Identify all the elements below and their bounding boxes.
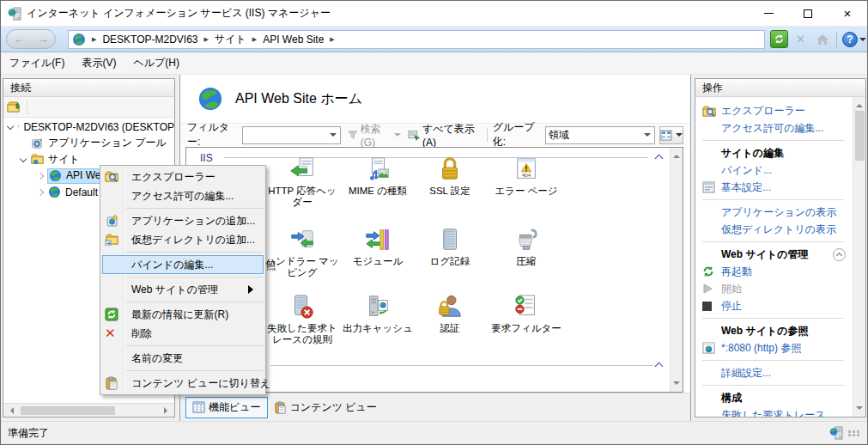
chevron-collapsed-icon[interactable] (37, 172, 44, 179)
tab-content-view[interactable]: コンテンツ ビュー (268, 398, 383, 418)
context-rename[interactable]: 名前の変更 (100, 349, 265, 368)
feature-mime-types[interactable]: MIME の種類 (341, 156, 415, 197)
view-tabs-bar: 機能ビュー コンテンツ ビュー (180, 393, 690, 421)
show-all-button[interactable]: すべて表示(A) (422, 122, 482, 149)
feature-http-response-headers[interactable]: HTTP 応答ヘッダー (265, 156, 339, 208)
breadcrumb-item-site[interactable]: API Web Site (263, 34, 324, 46)
action-failed-request-tracing[interactable]: 失敗した要求トレース... (695, 406, 853, 417)
action-view-applications[interactable]: アプリケーションの表示 (695, 204, 853, 221)
context-refresh[interactable]: 最新の情報に更新(R) (100, 305, 265, 324)
action-browse-8080[interactable]: *:8080 (http) 参照 (695, 339, 853, 357)
feature-logging[interactable]: ログ記録 (413, 227, 487, 267)
menu-divider (126, 277, 264, 277)
action-bindings[interactable]: バインド... (695, 162, 853, 179)
feature-ssl-settings[interactable]: SSL 設定 (413, 156, 487, 197)
browse-icon (702, 342, 715, 354)
action-edit-permissions[interactable]: アクセス許可の編集... (695, 119, 853, 137)
context-add-virtual-directory[interactable]: 仮想ディレクトリの追加... (100, 230, 265, 249)
resize-grip[interactable] (848, 430, 860, 436)
feature-handler-mappings[interactable]: ハンドラー マッピング (265, 227, 339, 278)
scroll-right-icon[interactable] (164, 407, 171, 414)
filter-input[interactable] (242, 126, 341, 144)
chevron-expanded-icon[interactable] (7, 122, 14, 129)
svg-text:404: 404 (522, 172, 531, 178)
feature-modules[interactable]: モジュール (341, 227, 415, 267)
action-restart[interactable]: 再起動 (695, 263, 853, 280)
forward-icon[interactable]: → (38, 33, 49, 46)
tree-item-app-pools[interactable]: アプリケーション プール (3, 135, 174, 151)
feature-authentication[interactable]: 認証 (413, 294, 487, 334)
tab-features-view[interactable]: 機能ビュー (185, 397, 268, 418)
minimize-button[interactable] (749, 1, 788, 26)
scroll-left-icon[interactable] (7, 407, 14, 414)
action-advanced-settings[interactable]: 詳細設定... (695, 364, 853, 381)
action-basic-settings[interactable]: 基本設定... (695, 179, 853, 196)
globe-icon (72, 33, 86, 46)
help-button[interactable]: ? (842, 32, 866, 47)
feature-error-pages[interactable]: 404 エラー ページ (489, 156, 563, 197)
actions-divider (702, 241, 844, 242)
context-switch-to-content-view[interactable]: コンテンツ ビューに切り替え (100, 374, 265, 393)
breadcrumb-item-sites[interactable]: サイト (215, 32, 246, 46)
vertical-scrollbar[interactable] (670, 148, 683, 392)
close-button[interactable]: × (828, 1, 867, 26)
horizontal-scrollbar[interactable] (3, 403, 174, 417)
action-start[interactable]: 開始 (695, 280, 853, 297)
chevron-expanded-icon[interactable] (20, 155, 27, 162)
section-collapse-icon[interactable] (655, 363, 664, 371)
view-selector-button[interactable] (659, 126, 683, 144)
menu-view[interactable]: 表示(V) (73, 52, 124, 74)
chevron-down-icon (644, 133, 651, 137)
chevron-down-icon (330, 133, 337, 137)
maximize-button[interactable] (788, 1, 828, 26)
context-delete[interactable]: ✕ 削除 (100, 324, 265, 343)
breadcrumb-item-server[interactable]: DESKTOP-M2DVI63 (102, 34, 197, 46)
feature-label: モジュール (353, 256, 404, 266)
section-collapse-icon[interactable] (655, 155, 664, 163)
action-stop[interactable]: 停止 (695, 297, 853, 314)
scroll-up-icon[interactable] (856, 101, 863, 107)
group-by-select[interactable]: 領域 (545, 126, 655, 144)
stop-navigation-button[interactable]: ✕ (792, 30, 810, 48)
feature-compression[interactable]: 圧縮 (489, 227, 563, 267)
context-add-application[interactable]: アプリケーションの追加... (100, 211, 265, 230)
search-button[interactable]: 検索(G) (361, 122, 392, 149)
back-icon[interactable]: ← (14, 33, 25, 46)
scrollbar-thumb[interactable] (21, 406, 115, 415)
scroll-down-icon[interactable] (673, 381, 680, 388)
menu-help[interactable]: ヘルプ(H) (124, 52, 188, 74)
feature-failed-request-tracing[interactable]: 失敗した要求トレースの規則 (265, 294, 339, 345)
context-explorer[interactable]: エクスプローラー (100, 168, 265, 186)
actions-scrollbar[interactable] (853, 97, 865, 417)
menu-file[interactable]: ファイル(F) (1, 52, 73, 74)
feature-request-filtering[interactable]: 要求フィルター (489, 294, 563, 334)
refresh-button[interactable] (770, 30, 788, 48)
scroll-down-icon[interactable] (856, 406, 863, 413)
collapse-group-button[interactable] (833, 248, 846, 261)
scrollbar-thumb[interactable] (855, 111, 865, 161)
chevron-collapsed-icon[interactable] (37, 188, 44, 195)
group-header-label: 構成 (721, 391, 742, 405)
actions-panel: 操作 エクスプローラー アクセス許可の編集... (695, 78, 866, 418)
context-manage-website[interactable]: Web サイトの管理 (100, 280, 265, 299)
context-edit-permissions[interactable]: アクセス許可の編集... (100, 186, 265, 205)
maximize-icon (804, 9, 812, 18)
save-connection-icon[interactable] (7, 101, 21, 114)
back-forward-buttons[interactable]: ← → (6, 29, 56, 49)
action-explorer[interactable]: エクスプローラー (695, 102, 853, 119)
home-button[interactable] (813, 30, 831, 48)
restart-icon (702, 265, 714, 277)
feature-label: 出力キャッシュ (343, 323, 413, 333)
handler-mappings-icon (289, 227, 315, 253)
feature-output-caching[interactable]: 出力キャッシュ (341, 294, 415, 334)
chevron-down-icon (394, 133, 401, 137)
action-view-virtual-directories[interactable]: 仮想ディレクトリの表示 (695, 221, 853, 238)
view-grid-icon (660, 130, 672, 141)
feature-label: 認証 (440, 323, 460, 333)
scroll-up-icon[interactable] (673, 151, 680, 158)
help-icon: ? (842, 32, 858, 47)
context-edit-bindings[interactable]: バインドの編集... (102, 255, 264, 274)
tree-item-server[interactable]: DESKTOP-M2DVI63 (DESKTOP (3, 119, 174, 135)
breadcrumb[interactable]: ▶ DESKTOP-M2DVI63 ▶ サイト ▶ API Web Site ▶ (68, 30, 765, 49)
status-bar: 準備完了 (1, 421, 867, 444)
